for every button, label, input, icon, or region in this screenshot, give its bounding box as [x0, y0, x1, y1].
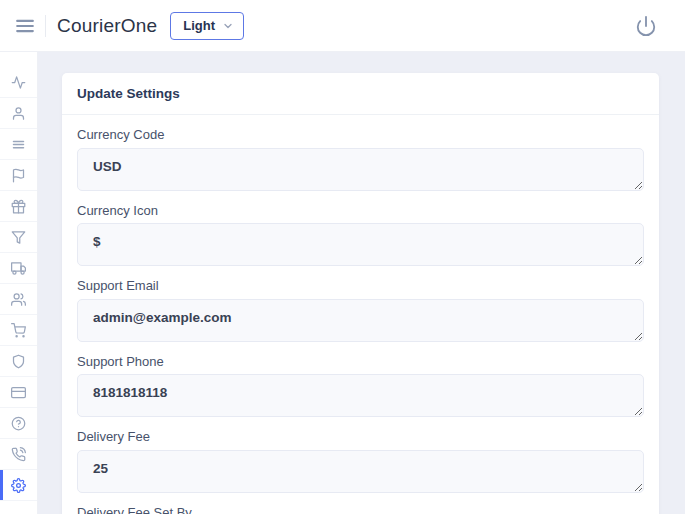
header-divider	[45, 15, 46, 37]
form-group-support-email: Support Email admin@example.com	[77, 278, 644, 342]
flag-icon	[11, 168, 26, 183]
hamburger-icon	[14, 15, 36, 37]
gift-icon	[11, 199, 26, 214]
sidebar	[0, 52, 38, 514]
users-icon	[11, 292, 26, 307]
chevron-down-icon	[222, 20, 234, 32]
sidebar-item-users[interactable]	[0, 284, 37, 315]
settings-form: Currency Code USD Currency Icon $ Suppor…	[62, 115, 659, 514]
currency-icon-input[interactable]: $	[77, 223, 644, 266]
header: CourierOne Light	[0, 0, 685, 52]
sidebar-item-gift[interactable]	[0, 191, 37, 222]
card-header: Update Settings	[62, 73, 659, 115]
form-group-delivery-fee: Delivery Fee 25	[77, 429, 644, 493]
shield-icon	[11, 354, 26, 369]
support-phone-label: Support Phone	[77, 354, 644, 370]
sidebar-item-list[interactable]	[0, 129, 37, 160]
support-email-label: Support Email	[77, 278, 644, 294]
support-email-input[interactable]: admin@example.com	[77, 299, 644, 342]
activity-icon	[11, 75, 26, 90]
theme-selector-label: Light	[183, 18, 215, 33]
help-circle-icon	[11, 416, 26, 431]
sidebar-item-truck[interactable]	[0, 253, 37, 284]
delivery-fee-label: Delivery Fee	[77, 429, 644, 445]
currency-code-input[interactable]: USD	[77, 148, 644, 191]
power-icon	[635, 15, 657, 37]
sidebar-item-shield[interactable]	[0, 346, 37, 377]
sidebar-item-help[interactable]	[0, 408, 37, 439]
filter-icon	[11, 230, 26, 245]
form-group-currency-code: Currency Code USD	[77, 127, 644, 191]
menu-toggle-button[interactable]	[14, 15, 36, 37]
theme-selector[interactable]: Light	[170, 12, 244, 40]
form-group-support-phone: Support Phone 8181818118	[77, 354, 644, 418]
sidebar-item-activity[interactable]	[0, 67, 37, 98]
user-icon	[11, 106, 26, 121]
settings-card: Update Settings Currency Code USD Curren…	[62, 73, 659, 514]
sidebar-item-flag[interactable]	[0, 160, 37, 191]
sidebar-item-settings[interactable]	[0, 470, 37, 501]
sidebar-item-credit-card[interactable]	[0, 377, 37, 408]
list-icon	[11, 137, 26, 152]
settings-gear-icon	[11, 478, 26, 493]
currency-icon-label: Currency Icon	[77, 203, 644, 219]
currency-code-label: Currency Code	[77, 127, 644, 143]
form-group-delivery-fee-set-by: Delivery Fee Set By	[77, 505, 644, 514]
app-title: CourierOne	[57, 15, 157, 37]
sidebar-item-phone[interactable]	[0, 439, 37, 470]
cart-icon	[11, 323, 26, 338]
main-content: Update Settings Currency Code USD Curren…	[38, 52, 685, 514]
support-phone-input[interactable]: 8181818118	[77, 374, 644, 417]
sidebar-item-cart[interactable]	[0, 315, 37, 346]
app-root: CourierOne Light	[0, 0, 685, 514]
delivery-fee-set-by-label: Delivery Fee Set By	[77, 505, 644, 514]
logout-button[interactable]	[635, 15, 657, 37]
delivery-fee-input[interactable]: 25	[77, 450, 644, 493]
phone-call-icon	[11, 447, 26, 462]
sidebar-item-user[interactable]	[0, 98, 37, 129]
credit-card-icon	[11, 385, 26, 400]
form-group-currency-icon: Currency Icon $	[77, 203, 644, 267]
truck-icon	[11, 261, 26, 276]
sidebar-item-filter[interactable]	[0, 222, 37, 253]
card-title: Update Settings	[77, 86, 644, 101]
